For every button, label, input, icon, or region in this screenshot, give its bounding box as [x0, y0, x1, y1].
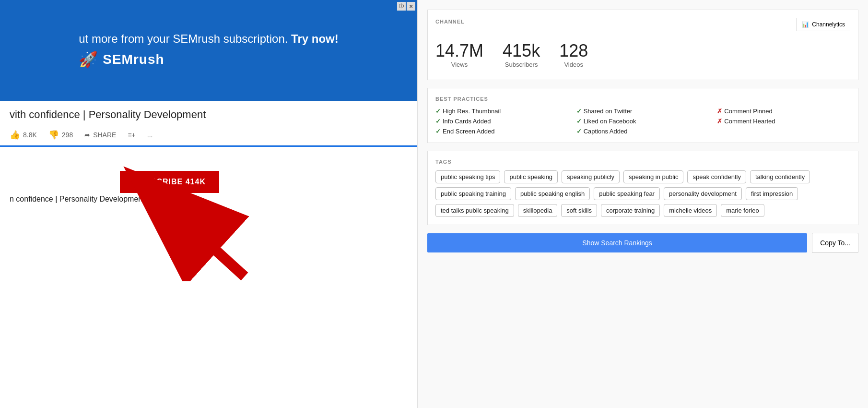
- practice-label: Shared on Twitter: [584, 108, 633, 115]
- share-button[interactable]: ➦ SHARE: [84, 131, 116, 139]
- add-button[interactable]: ≡+: [128, 131, 135, 139]
- thumbs-up-icon: 👍: [10, 130, 20, 140]
- check-icon: ✓: [576, 118, 582, 125]
- channel-section: CHANNEL 📊 Channelytics 14.7M Views 415k …: [427, 10, 858, 80]
- ad-close-button[interactable]: ✕: [407, 2, 415, 11]
- left-panel: ⓘ ✕ ut more from your SEMrush subscripti…: [0, 0, 417, 408]
- video-title: vith confidence | Personality Developmen…: [10, 108, 408, 121]
- check-icon: ✓: [435, 108, 441, 115]
- subscribers-value: 415k: [503, 41, 540, 61]
- best-practices-section: BEST PRACTICES ✓ High Res. Thumbnail ✓ S…: [427, 88, 858, 143]
- ad-banner: ⓘ ✕ ut more from your SEMrush subscripti…: [0, 0, 417, 101]
- more-button[interactable]: ...: [147, 131, 153, 139]
- cross-icon: ✗: [717, 108, 722, 115]
- check-icon: ✓: [576, 108, 582, 115]
- cross-icon: ✗: [717, 118, 722, 125]
- more-icon: ...: [147, 131, 153, 139]
- video-title-area: vith confidence | Personality Developmen…: [0, 101, 417, 125]
- add-icon: ≡+: [128, 131, 135, 139]
- subscribe-button[interactable]: SUBSCRIBE 414K: [120, 171, 219, 193]
- tags-section-header: TAGS: [435, 159, 850, 165]
- check-icon: ✓: [576, 128, 582, 135]
- subscribers-stat: 415k Subscribers: [503, 41, 540, 68]
- practice-captions: ✓ Captions Added: [576, 128, 710, 135]
- practice-shared-twitter: ✓ Shared on Twitter: [576, 108, 710, 115]
- bar-chart-icon: 📊: [802, 21, 809, 28]
- tag-item[interactable]: ted talks public speaking: [435, 204, 514, 217]
- ad-content: ut more from your SEMrush subscription. …: [79, 32, 339, 69]
- tag-item[interactable]: talking confidently: [750, 170, 810, 183]
- like-count: 8.8K: [23, 131, 37, 139]
- tag-item[interactable]: marie forleo: [721, 204, 764, 217]
- video-description-area: SUBSCRIBE 414K n confidence | Personalit…: [0, 147, 417, 408]
- semrush-logo: 🚀 SEMrush: [79, 50, 339, 69]
- show-rankings-button[interactable]: Show Search Rankings: [427, 233, 807, 252]
- channelytics-label: Channelytics: [812, 21, 845, 28]
- channelytics-button[interactable]: 📊 Channelytics: [797, 18, 850, 31]
- right-panel: CHANNEL 📊 Channelytics 14.7M Views 415k …: [417, 0, 868, 408]
- channel-stats-row: 14.7M Views 415k Subscribers 128 Videos: [435, 37, 850, 72]
- views-label: Views: [435, 61, 483, 68]
- thumbs-down-icon: 👎: [48, 130, 59, 140]
- tag-item[interactable]: skillopedia: [518, 204, 558, 217]
- semrush-brand-name: SEMrush: [103, 52, 164, 67]
- video-actions-bar: 👍 8.8K 👎 298 ➦ SHARE ≡+ ...: [0, 125, 417, 145]
- practice-label: High Res. Thumbnail: [443, 108, 501, 115]
- practice-info-cards: ✓ Info Cards Added: [435, 118, 569, 125]
- share-icon: ➦: [84, 131, 90, 139]
- tag-item[interactable]: public speaking tips: [435, 170, 500, 183]
- tag-item[interactable]: speaking publicly: [562, 170, 620, 183]
- videos-value: 128: [559, 41, 588, 61]
- practice-label: Captions Added: [584, 128, 628, 135]
- practice-comment-pinned: ✗ Comment Pinned: [717, 108, 850, 115]
- semrush-icon: 🚀: [79, 50, 98, 69]
- practice-comment-hearted: ✗ Comment Hearted: [717, 118, 850, 125]
- like-button[interactable]: 👍 8.8K: [10, 130, 37, 140]
- ad-info-button[interactable]: ⓘ: [397, 2, 406, 11]
- tag-item[interactable]: public speaking: [504, 170, 558, 183]
- tags-section: TAGS public speaking tipspublic speaking…: [427, 151, 858, 225]
- channel-section-header: CHANNEL: [435, 19, 465, 24]
- practices-grid: ✓ High Res. Thumbnail ✓ Shared on Twitte…: [435, 108, 850, 135]
- videos-label: Videos: [559, 61, 588, 68]
- practice-label: Comment Hearted: [724, 118, 775, 125]
- share-label: SHARE: [93, 131, 116, 139]
- practice-end-screen: ✓ End Screen Added: [435, 128, 569, 135]
- dislike-button[interactable]: 👎 298: [48, 130, 73, 140]
- tag-item[interactable]: corporate training: [601, 204, 660, 217]
- dislike-count: 298: [62, 131, 73, 139]
- tag-item[interactable]: public speaking training: [435, 187, 511, 200]
- check-icon: ✓: [435, 118, 441, 125]
- practice-liked-facebook: ✓ Liked on Facebook: [576, 118, 710, 125]
- views-stat: 14.7M Views: [435, 41, 483, 68]
- bottom-actions: Show Search Rankings Copy To...: [427, 233, 858, 253]
- tag-item[interactable]: personality development: [664, 187, 742, 200]
- practice-label: Info Cards Added: [443, 118, 491, 125]
- check-icon: ✓: [435, 128, 441, 135]
- tag-item[interactable]: soft skills: [561, 204, 597, 217]
- views-value: 14.7M: [435, 41, 483, 61]
- tag-item[interactable]: speak confidently: [687, 170, 746, 183]
- tag-item[interactable]: public speaking english: [515, 187, 590, 200]
- tag-item[interactable]: first impression: [746, 187, 798, 200]
- video-description-title: n confidence | Personality Development: [10, 195, 408, 204]
- best-practices-header: BEST PRACTICES: [435, 96, 850, 102]
- videos-stat: 128 Videos: [559, 41, 588, 68]
- practice-high-res: ✓ High Res. Thumbnail: [435, 108, 569, 115]
- copy-to-button[interactable]: Copy To...: [812, 233, 858, 253]
- practice-label: Liked on Facebook: [584, 118, 636, 125]
- tag-item[interactable]: public speaking fear: [594, 187, 660, 200]
- tag-item[interactable]: michelle videos: [664, 204, 717, 217]
- practice-label: Comment Pinned: [724, 108, 772, 115]
- practice-label: End Screen Added: [443, 128, 494, 135]
- tags-container: public speaking tipspublic speakingspeak…: [435, 170, 850, 217]
- ad-text: ut more from your SEMrush subscription. …: [79, 32, 339, 46]
- subscribers-label: Subscribers: [503, 61, 540, 68]
- tag-item[interactable]: speaking in public: [623, 170, 683, 183]
